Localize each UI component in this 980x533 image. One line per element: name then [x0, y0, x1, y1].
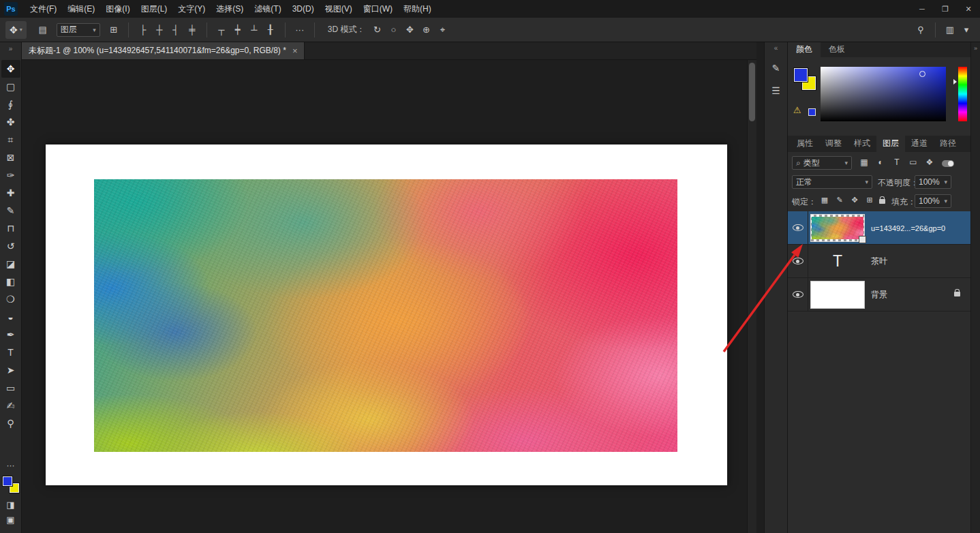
web-safe-color-swatch[interactable]	[808, 108, 816, 116]
hue-slider[interactable]	[958, 67, 967, 121]
menu-layer[interactable]: 图层(L)	[136, 0, 173, 18]
3d-slide-icon[interactable]: ⊕	[418, 25, 434, 35]
spot-healing-brush-tool[interactable]: ✚	[1, 184, 20, 202]
edit-toolbar-icon[interactable]: ···	[7, 459, 15, 472]
search-icon[interactable]: ⚲	[913, 25, 929, 35]
lock-image-pixels-icon[interactable]: ✎	[833, 196, 846, 204]
adjustments-panel-icon[interactable]: ☰	[767, 82, 785, 100]
filter-pixel-layers-icon[interactable]: ▦	[857, 157, 871, 167]
lock-transparent-pixels-icon[interactable]: ▦	[818, 196, 831, 204]
layer-thumbnail[interactable]	[810, 214, 865, 242]
move-tool[interactable]: ✥	[1, 60, 20, 78]
align-left-edges-icon[interactable]: ├	[135, 25, 151, 35]
tab-channels[interactable]: 通道	[905, 135, 934, 152]
hue-slider-marker[interactable]	[953, 79, 957, 85]
show-transform-controls-icon[interactable]: ⊞	[106, 25, 122, 35]
filter-type-layers-icon[interactable]: T	[890, 157, 904, 167]
layer-visibility-toggle[interactable]	[788, 245, 808, 277]
lock-artboard-icon[interactable]: ⊞	[863, 196, 876, 204]
tab-swatches[interactable]: 色板	[821, 42, 853, 57]
align-horizontal-centers-icon[interactable]: ┼	[151, 25, 168, 35]
tab-properties[interactable]: 属性	[791, 135, 819, 152]
rectangular-marquee-tool[interactable]: ▢	[1, 78, 20, 95]
document-canvas[interactable]	[46, 144, 727, 485]
lock-all-icon[interactable]	[879, 199, 885, 204]
lasso-tool[interactable]: ∮	[1, 95, 20, 113]
3d-rotate-icon[interactable]: ↻	[369, 25, 385, 35]
layer-name[interactable]: u=143492...=26&gp=0	[871, 211, 945, 245]
blend-mode-dropdown[interactable]: 正常 ▾	[792, 175, 872, 189]
canvas-area[interactable]	[22, 60, 747, 533]
tab-paths[interactable]: 路径	[934, 135, 962, 152]
workspace-switcher-icon[interactable]: ▥	[942, 25, 958, 35]
menu-edit[interactable]: 编辑(E)	[62, 0, 100, 18]
lock-position-icon[interactable]: ✥	[848, 196, 861, 204]
eraser-tool[interactable]: ◪	[1, 255, 20, 273]
eyedropper-tool[interactable]: ✑	[1, 166, 20, 184]
blur-tool[interactable]: ❍	[1, 290, 20, 308]
canvas-vertical-scrollbar[interactable]	[747, 60, 756, 533]
layer-visibility-toggle[interactable]	[788, 211, 808, 244]
text-layer-thumbnail[interactable]: T	[810, 245, 865, 278]
opacity-dropdown[interactable]: 100% ▾	[915, 175, 951, 189]
filter-shape-layers-icon[interactable]: ▭	[906, 157, 920, 167]
align-bottom-edges-icon[interactable]: ┴	[246, 25, 262, 35]
filter-smart-objects-icon[interactable]: ❖	[923, 157, 936, 167]
gradient-tool[interactable]: ◧	[1, 273, 20, 290]
3d-scale-icon[interactable]: ⌖	[434, 25, 450, 35]
document-tab[interactable]: 未标题-1 @ 100% (u=1434926457,541140071&fm=…	[22, 42, 305, 59]
align-vertical-centers-icon[interactable]: ┿	[230, 25, 246, 35]
zoom-tool[interactable]: ⚲	[1, 414, 20, 432]
dodge-tool[interactable]: ◒	[1, 308, 20, 326]
menu-help[interactable]: 帮助(H)	[398, 0, 437, 18]
screen-mode-icon[interactable]: ▣	[6, 513, 14, 528]
menu-file[interactable]: 文件(F)	[25, 0, 62, 18]
distribute-vertical-icon[interactable]: ╂	[262, 25, 279, 35]
menu-filter[interactable]: 滤镜(T)	[249, 0, 286, 18]
layer-filter-search[interactable]: ⌕ 类型 ▾	[792, 156, 852, 170]
gamut-warning-icon[interactable]: ⚠	[793, 105, 801, 115]
saturation-brightness-picker[interactable]	[821, 67, 946, 121]
type-tool[interactable]: T	[1, 344, 20, 361]
menu-image[interactable]: 图像(I)	[100, 0, 135, 18]
more-align-options-icon[interactable]: ···	[292, 25, 308, 35]
tab-styles[interactable]: 样式	[848, 135, 876, 152]
tab-layers[interactable]: 图层	[876, 135, 905, 152]
foreground-background-swatches[interactable]	[1, 475, 20, 494]
foreground-color-swatch[interactable]	[3, 476, 12, 486]
layer-filter-toggle[interactable]	[942, 160, 954, 167]
layer-row-text[interactable]: T 茶叶	[788, 245, 971, 278]
layer-row-background[interactable]: 背景	[788, 278, 971, 311]
brush-settings-panel-icon[interactable]: ✎	[767, 59, 785, 77]
frame-tool[interactable]: ⊠	[1, 149, 20, 166]
restore-button[interactable]: ❐	[934, 0, 957, 18]
layer-name[interactable]: 茶叶	[871, 245, 887, 278]
history-brush-tool[interactable]: ↺	[1, 237, 20, 255]
brush-tool[interactable]: ✎	[1, 202, 20, 219]
background-layer-thumbnail[interactable]	[810, 281, 865, 309]
minimize-button[interactable]: ─	[910, 0, 934, 18]
tool-preset-button[interactable]: ✥ ▾	[5, 21, 27, 39]
crop-tool[interactable]: ⌗	[1, 131, 20, 149]
menu-view[interactable]: 视图(V)	[320, 0, 358, 18]
clone-stamp-tool[interactable]: ⊓	[1, 219, 20, 237]
3d-roll-icon[interactable]: ○	[385, 25, 401, 35]
fill-dropdown[interactable]: 100% ▾	[915, 194, 951, 208]
close-button[interactable]: ✕	[957, 0, 980, 18]
color-picker-marker[interactable]	[919, 71, 925, 77]
foreground-color-swatch[interactable]	[794, 68, 808, 82]
menu-3d[interactable]: 3D(D)	[287, 0, 320, 18]
tab-close-icon[interactable]: ×	[292, 46, 298, 56]
3d-pan-icon[interactable]: ✥	[401, 25, 418, 35]
layer-row-artwork[interactable]: u=143492...=26&gp=0	[788, 211, 971, 245]
path-selection-tool[interactable]: ➤	[1, 361, 20, 379]
tab-color[interactable]: 颜色	[788, 42, 821, 57]
menu-type[interactable]: 文字(Y)	[172, 0, 211, 18]
chevron-down-icon[interactable]: ▾	[958, 25, 975, 35]
auto-select-target-dropdown[interactable]: 图层 ▾	[57, 23, 100, 37]
filter-adjustment-layers-icon[interactable]: ◐	[874, 157, 887, 167]
quick-selection-tool[interactable]: ✤	[1, 113, 20, 131]
layer-name[interactable]: 背景	[871, 278, 887, 311]
tab-adjustments[interactable]: 调整	[819, 135, 848, 152]
menu-select[interactable]: 选择(S)	[211, 0, 249, 18]
